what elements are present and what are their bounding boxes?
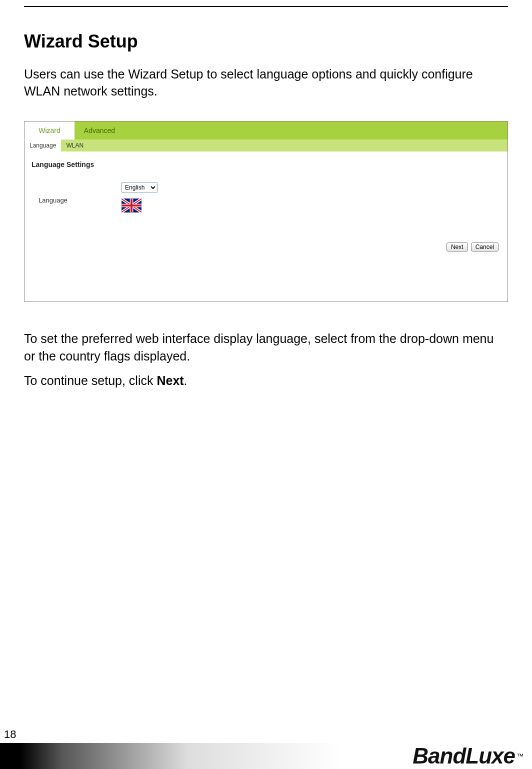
button-row: Next Cancel xyxy=(446,242,498,252)
brand-logo: BandLuxe™ xyxy=(342,743,532,769)
wizard-screenshot-panel: Wizard Advanced Language WLAN Language S… xyxy=(24,121,508,302)
uk-flag-icon[interactable] xyxy=(122,198,142,212)
svg-rect-4 xyxy=(122,204,142,206)
followup2-suffix: . xyxy=(184,374,188,388)
next-button[interactable]: Next xyxy=(446,242,468,252)
trademark-symbol: ™ xyxy=(516,752,523,760)
main-tab-row: Wizard Advanced xyxy=(24,122,508,140)
language-select[interactable]: English xyxy=(122,182,158,192)
brand-text: BandLuxe xyxy=(412,744,515,768)
panel-body: Language Settings Language English xyxy=(24,152,508,302)
panel-heading: Language Settings xyxy=(32,160,500,168)
subtab-wlan[interactable]: WLAN xyxy=(61,140,88,152)
top-divider xyxy=(24,6,508,7)
followup2-prefix: To continue setup, click xyxy=(24,374,156,388)
tab-wizard[interactable]: Wizard xyxy=(24,122,74,140)
page-footer: 18 BandLuxe™ xyxy=(0,724,532,769)
sub-tab-row: Language WLAN xyxy=(24,140,508,152)
language-row: Language English xyxy=(32,182,500,212)
language-label: Language xyxy=(32,182,122,204)
followup2-bold: Next xyxy=(156,374,184,388)
tab-advanced[interactable]: Advanced xyxy=(74,122,124,140)
followup-paragraph-2: To continue setup, click Next. xyxy=(24,372,508,390)
subtab-language[interactable]: Language xyxy=(24,140,61,152)
brand-bar: BandLuxe™ xyxy=(0,743,532,769)
intro-paragraph: Users can use the Wizard Setup to select… xyxy=(24,66,508,100)
language-controls: English xyxy=(122,182,158,212)
cancel-button[interactable]: Cancel xyxy=(471,242,498,252)
page-number: 18 xyxy=(4,728,16,741)
section-title: Wizard Setup xyxy=(24,31,508,52)
footer-gradient xyxy=(0,743,342,769)
followup-paragraph-1: To set the preferred web interface displ… xyxy=(24,330,508,365)
